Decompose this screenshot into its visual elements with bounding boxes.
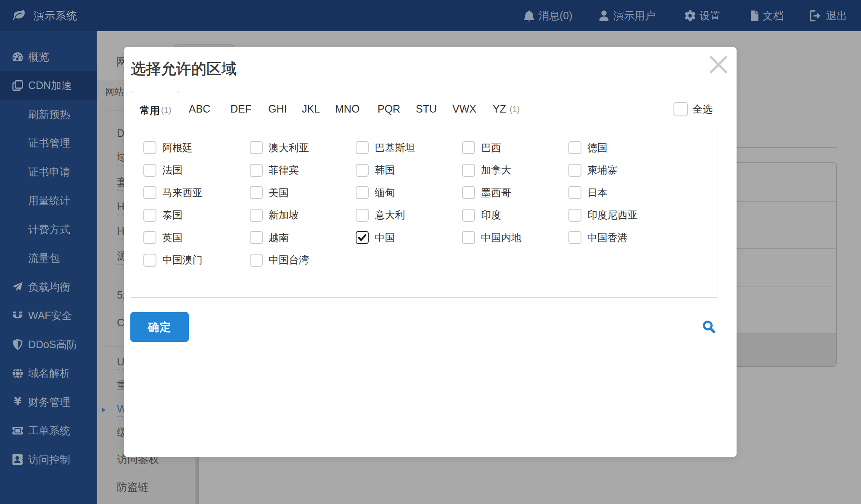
tab-def[interactable]: DEF	[230, 103, 251, 115]
checkbox[interactable]	[143, 254, 156, 267]
country-option[interactable]: 新加坡	[250, 208, 299, 222]
country-option[interactable]: 美国	[250, 186, 289, 200]
country-option[interactable]: 德国	[568, 141, 607, 155]
country-option[interactable]: 韩国	[356, 163, 395, 177]
sidebar-item[interactable]: 概览	[0, 42, 97, 71]
tab-pqr[interactable]: PQR	[378, 103, 400, 115]
country-option[interactable]: 印度尼西亚	[568, 208, 638, 222]
tab-vwx[interactable]: VWX	[452, 103, 476, 115]
sidebar-item[interactable]: 负载均衡	[0, 273, 97, 302]
sidebar-item[interactable]: ¥财务管理	[0, 388, 97, 417]
checkbox[interactable]	[568, 209, 581, 222]
topbar-item[interactable]: 消息(0)	[523, 0, 573, 31]
country-option[interactable]: 柬埔寨	[568, 163, 618, 177]
checkbox[interactable]	[462, 164, 475, 177]
sidebar-item[interactable]: 计费方式	[0, 215, 97, 244]
sidebar-item[interactable]: 访问控制	[0, 445, 97, 474]
close-icon[interactable]	[709, 55, 728, 74]
checkbox[interactable]	[143, 141, 156, 154]
country-option[interactable]: 缅甸	[356, 186, 395, 200]
country-label: 巴基斯坦	[375, 141, 415, 155]
checkbox[interactable]	[462, 231, 475, 244]
sidebar-item[interactable]: 证书申请	[0, 158, 97, 186]
tab-mno[interactable]: MNO	[335, 103, 359, 115]
country-option[interactable]: 中国内地	[462, 231, 521, 244]
select-all[interactable]: 全选	[673, 102, 713, 116]
checkbox[interactable]	[250, 164, 263, 177]
sidebar-item[interactable]: 域名解析	[0, 359, 97, 388]
tab-yz[interactable]: YZ	[493, 103, 506, 115]
sidebar-item[interactable]: WAF安全	[0, 302, 97, 331]
country-option[interactable]: 泰国	[143, 208, 182, 222]
tab-changyong[interactable]: 常用 (1)	[131, 91, 179, 127]
country-option[interactable]: 中国香港	[568, 231, 628, 244]
topbar-item[interactable]: 演示用户	[598, 0, 655, 31]
checkbox[interactable]	[250, 209, 263, 222]
country-option[interactable]: 法国	[143, 163, 182, 177]
sidebar-item-label: 负载均衡	[28, 280, 70, 294]
checkbox[interactable]	[462, 209, 475, 222]
sidebar-item[interactable]: 证书管理	[0, 129, 97, 158]
checkbox[interactable]	[568, 141, 581, 154]
country-option[interactable]: 巴西	[462, 141, 501, 155]
magnet-icon	[12, 310, 23, 321]
checkbox[interactable]	[356, 186, 369, 199]
country-option[interactable]: 意大利	[356, 208, 405, 222]
checkbox[interactable]	[356, 141, 369, 154]
checkbox[interactable]	[250, 231, 263, 244]
shield-icon	[12, 339, 23, 350]
country-option[interactable]: 加拿大	[462, 163, 511, 177]
tab-ghi[interactable]: GHI	[268, 103, 287, 115]
sidebar-item-label: DDoS高防	[28, 338, 77, 352]
checkbox[interactable]	[143, 164, 156, 177]
search-icon[interactable]	[702, 320, 718, 336]
checkbox[interactable]	[356, 164, 369, 177]
brand[interactable]: 演示系统	[13, 0, 77, 31]
checkbox[interactable]	[143, 209, 156, 222]
checkbox[interactable]	[568, 231, 581, 244]
country-option[interactable]: 墨西哥	[462, 186, 511, 200]
checkbox-checked[interactable]	[356, 231, 369, 244]
country-option[interactable]: 巴基斯坦	[356, 141, 415, 155]
checkbox[interactable]	[462, 141, 475, 154]
confirm-button[interactable]: 确定	[130, 312, 189, 342]
checkbox[interactable]	[250, 186, 263, 199]
country-option[interactable]: 菲律宾	[250, 163, 299, 177]
checkbox[interactable]	[250, 141, 263, 154]
sidebar-item[interactable]: 刷新预热	[0, 100, 97, 129]
checkbox[interactable]	[143, 231, 156, 244]
checkbox[interactable]	[143, 186, 156, 199]
sidebar-item[interactable]: 用量统计	[0, 186, 97, 215]
country-option[interactable]: 中国	[356, 231, 395, 244]
country-option[interactable]: 澳大利亚	[250, 141, 309, 155]
checkbox[interactable]	[356, 209, 369, 222]
topbar-item-label: 演示用户	[613, 9, 655, 23]
country-label: 中国香港	[587, 231, 628, 244]
sidebar-item[interactable]: CDN加速	[0, 71, 97, 100]
sidebar-item[interactable]: DDoS高防	[0, 330, 97, 359]
checkbox[interactable]	[462, 186, 475, 199]
country-option[interactable]: 中国台湾	[250, 253, 309, 267]
tab-stu[interactable]: STU	[416, 103, 437, 115]
topbar-item[interactable]: 设置	[684, 0, 721, 31]
sidebar-item[interactable]: 工单系统	[0, 417, 97, 446]
tab-abc[interactable]: ABC	[189, 103, 210, 115]
topbar-item[interactable]: 退出	[810, 0, 847, 31]
checkbox[interactable]	[568, 164, 581, 177]
topbar-item[interactable]: 文档	[750, 0, 784, 31]
sidebar-item[interactable]: 流量包	[0, 244, 97, 273]
checkbox[interactable]	[250, 254, 263, 267]
country-option[interactable]: 中国澳门	[143, 253, 203, 267]
country-option[interactable]: 日本	[568, 186, 607, 200]
tab-jkl[interactable]: JKL	[302, 103, 320, 115]
country-option[interactable]: 阿根廷	[143, 141, 193, 155]
country-option[interactable]: 印度	[462, 208, 501, 222]
sidebar-item-label: 流量包	[28, 251, 60, 265]
country-option[interactable]: 英国	[143, 231, 182, 244]
checkbox[interactable]	[568, 186, 581, 199]
topbar-item-label: 文档	[763, 9, 784, 23]
country-option[interactable]: 马来西亚	[143, 186, 203, 200]
select-all-checkbox[interactable]	[673, 102, 688, 116]
globe-icon	[12, 368, 23, 379]
country-option[interactable]: 越南	[250, 231, 289, 244]
